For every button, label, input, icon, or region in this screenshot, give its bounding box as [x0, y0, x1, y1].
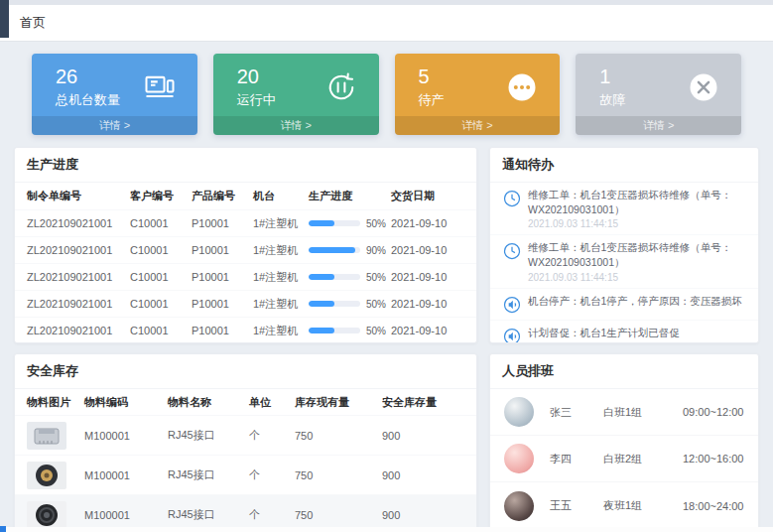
- notices-panel: 通知待办 维修工单：机台1变压器损坏待维修（单号：WX202109031001）…: [489, 147, 759, 343]
- topbar: 首页: [0, 5, 773, 42]
- connector-photo: [27, 462, 66, 489]
- staff-name: 李四: [550, 452, 603, 466]
- progress-label: 50%: [366, 218, 386, 229]
- notice-body: 维修工单：机台1变压器损坏待维修（单号：WX202109031001） 2021…: [528, 240, 748, 282]
- machine: 1#注塑机: [253, 216, 309, 231]
- material-name: RJ45接口: [168, 507, 249, 522]
- stat-value: 20: [237, 66, 276, 87]
- stat-card-total-machines[interactable]: 26 总机台数量 详情 >: [32, 54, 197, 135]
- progress-bar: 90%: [309, 245, 391, 256]
- stat-label: 待产: [419, 91, 445, 109]
- col-header: 物料图片: [27, 395, 84, 410]
- tab-home[interactable]: 首页: [20, 14, 46, 32]
- stats-row: 26 总机台数量 详情 > 20 运行中: [32, 54, 741, 135]
- machine: 1#注塑机: [253, 270, 309, 285]
- schedule-title: 人员排班: [490, 354, 758, 389]
- material-name: RJ45接口: [168, 467, 249, 482]
- card-text: 26 总机台数量: [56, 66, 120, 109]
- notice-text: 机台停产：机台1停产，停产原因：变压器损坏: [528, 294, 742, 309]
- product-no: P10001: [192, 217, 253, 229]
- inventory-title: 安全库存: [15, 354, 476, 389]
- staff-shift: 夜班1组: [603, 498, 683, 513]
- customer-no: C10001: [130, 325, 192, 336]
- stat-label: 故障: [599, 91, 625, 109]
- delivery-date: 2021-09-10: [391, 271, 464, 283]
- product-no: P10001: [192, 244, 253, 256]
- col-header: 交货日期: [391, 189, 464, 203]
- stat-card-fault[interactable]: 1 故障 详情 >: [576, 54, 741, 135]
- col-header: 制令单编号: [27, 189, 130, 203]
- notice-body: 计划督促：机台1生产计划已督促 2021.09.03 11:44:15: [528, 326, 680, 343]
- card-body: 5 待产: [395, 54, 561, 109]
- material-name: RJ45接口: [168, 428, 249, 443]
- row-production-notices: 生产进度 制令单编号 客户编号 产品编号 机台 生产进度 交货日期 ZL2021…: [14, 147, 759, 343]
- notice-body: 机台停产：机台1停产，停产原因：变压器损坏: [528, 294, 742, 315]
- col-header: 产品编号: [192, 189, 253, 203]
- stat-card-running[interactable]: 20 运行中 详情 >: [213, 54, 379, 135]
- card-detail-link[interactable]: 详情 >: [213, 116, 379, 135]
- col-header: 机台: [253, 189, 309, 203]
- progress-track: [309, 274, 360, 280]
- card-detail-link[interactable]: 详情 >: [395, 116, 561, 135]
- progress-track: [309, 301, 360, 307]
- material-code: M100001: [84, 509, 168, 521]
- notice-time: 2021.09.03 11:44:15: [528, 272, 748, 283]
- card-text: 5 待产: [419, 66, 445, 109]
- avatar: [504, 397, 534, 427]
- production-row: ZL202109021001 C10001 P10001 1#注塑机 50% 2…: [15, 209, 476, 236]
- order-no: ZL202109021001: [27, 217, 130, 229]
- progress-label: 90%: [366, 245, 386, 256]
- material-unit: 个: [249, 467, 295, 482]
- production-row: ZL202109021001 C10001 P10001 1#注塑机 50% 2…: [15, 290, 476, 317]
- progress-fill: [309, 328, 334, 333]
- inventory-row: M100001 RJ45接口 个 750 900: [15, 455, 476, 494]
- notice-body: 维修工单：机台1变压器损坏待维修（单号：WX202109031001） 2021…: [528, 188, 748, 229]
- production-row: ZL202109021001 C10001 P10001 1#注塑机 50% 2…: [15, 263, 476, 290]
- delivery-date: 2021-09-10: [391, 325, 464, 336]
- staff-name: 张三: [550, 405, 603, 420]
- customer-no: C10001: [130, 244, 192, 256]
- row-inventory-schedule: 安全库存 物料图片 物料编码 物料名称 单位 库存现有量 安全库存量 M1000…: [14, 353, 759, 530]
- stat-card-pending[interactable]: 5 待产 详情 >: [395, 54, 561, 135]
- card-detail-link[interactable]: 详情 >: [32, 116, 197, 135]
- running-icon: [323, 69, 359, 105]
- machine: 1#注塑机: [253, 324, 309, 338]
- notice-item[interactable]: 计划督促：机台1生产计划已督促 2021.09.03 11:44:15: [490, 321, 758, 343]
- customer-no: C10001: [130, 217, 192, 229]
- speaker-photo: [27, 501, 66, 529]
- notice-time: 2021.09.03 11:44:15: [528, 341, 680, 343]
- material-unit: 个: [249, 428, 295, 443]
- card-body: 1 故障: [576, 54, 741, 109]
- stat-value: 26: [56, 66, 120, 87]
- stock-safety: 900: [382, 469, 464, 481]
- col-header: 生产进度: [309, 189, 391, 203]
- staff-time: 12:00~16:00: [683, 453, 743, 465]
- notice-text: 计划督促：机台1生产计划已督促: [528, 326, 680, 340]
- progress-fill: [309, 274, 334, 280]
- machine: 1#注塑机: [253, 243, 309, 258]
- notice-item[interactable]: 维修工单：机台1变压器损坏待维修（单号：WX202109031001） 2021…: [490, 235, 758, 288]
- dashboard-page: 首页 26 总机台数量 详情 > 20: [0, 0, 773, 530]
- col-header: 客户编号: [130, 189, 192, 203]
- progress-bar: 50%: [309, 272, 391, 283]
- stock-current: 750: [295, 509, 382, 521]
- stat-value: 5: [419, 66, 445, 87]
- material-code: M100001: [84, 430, 168, 442]
- delivery-date: 2021-09-10: [391, 298, 464, 310]
- notice-text: 维修工单：机台1变压器损坏待维修（单号：WX202109031001）: [528, 240, 748, 269]
- bottom-strip: [0, 527, 773, 532]
- notice-item[interactable]: 维修工单：机台1变压器损坏待维修（单号：WX202109031001） 2021…: [490, 183, 758, 235]
- stock-safety: 900: [382, 509, 464, 521]
- stat-label: 总机台数量: [56, 91, 120, 109]
- stock-current: 750: [295, 469, 382, 481]
- staff-name: 王五: [550, 498, 603, 513]
- inventory-panel: 安全库存 物料图片 物料编码 物料名称 单位 库存现有量 安全库存量 M1000…: [14, 353, 477, 530]
- col-header: 库存现有量: [295, 395, 382, 410]
- notice-item[interactable]: 机台停产：机台1停产，停产原因：变压器损坏: [490, 289, 758, 321]
- inventory-row: M100001 RJ45接口 个 750 900: [15, 415, 476, 455]
- card-detail-link[interactable]: 详情 >: [576, 116, 741, 135]
- stock-current: 750: [295, 430, 382, 442]
- production-header-row: 制令单编号 客户编号 产品编号 机台 生产进度 交货日期: [15, 183, 476, 209]
- col-header: 物料编码: [84, 395, 168, 410]
- delivery-date: 2021-09-10: [391, 244, 464, 256]
